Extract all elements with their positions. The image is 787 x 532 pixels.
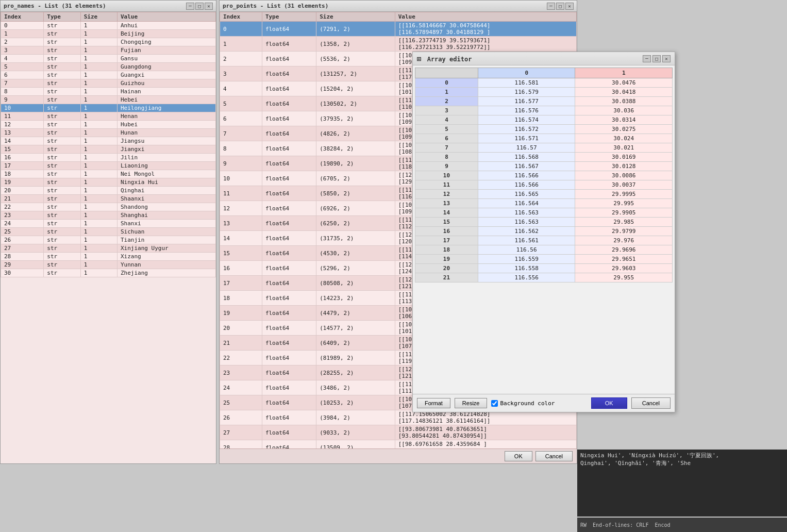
points-table-row[interactable]: 28 float64 (13509, 2) [[98.69761658 28.4… (220, 440, 577, 449)
array-cell-col1[interactable]: 29.976 (575, 236, 673, 245)
names-table-row[interactable]: 27 str 1 Xinjiang Uygur (1, 244, 216, 253)
array-table-row[interactable]: 12 116.565 29.9995 (415, 190, 673, 199)
array-cell-col1[interactable]: 30.0086 (575, 171, 673, 180)
array-table-row[interactable]: 9 116.567 30.0128 (415, 162, 673, 171)
names-table-row[interactable]: 3 str 1 Fujian (1, 46, 216, 55)
names-table-row[interactable]: 30 str 1 Zhejiang (1, 269, 216, 277)
names-table-row[interactable]: 25 str 1 Sichuan (1, 228, 216, 236)
array-cell-col1[interactable]: 30.024 (575, 134, 673, 143)
names-table-row[interactable]: 1 str 1 Beijing (1, 30, 216, 38)
array-table-row[interactable]: 0 116.581 30.0476 (415, 78, 673, 88)
names-table-row[interactable]: 11 str 1 Henan (1, 112, 216, 121)
array-cell-col1[interactable]: 30.0314 (575, 115, 673, 125)
array-cell-col1[interactable]: 29.995 (575, 199, 673, 208)
array-cell-col0[interactable]: 116.572 (478, 125, 575, 134)
points-table-row[interactable]: 0 float64 (7291, 2) [[116.58146667 30.04… (220, 22, 577, 37)
format-btn[interactable]: Format (417, 398, 450, 408)
array-table-row[interactable]: 13 116.564 29.995 (415, 199, 673, 208)
array-cell-col0[interactable]: 116.571 (478, 134, 575, 143)
names-table-row[interactable]: 17 str 1 Liaoning (1, 162, 216, 170)
names-table-row[interactable]: 26 str 1 Tianjin (1, 236, 216, 244)
array-cell-col1[interactable]: 29.9696 (575, 245, 673, 255)
names-table-row[interactable]: 18 str 1 Nei Mongol (1, 170, 216, 178)
array-table-row[interactable]: 20 116.558 29.9603 (415, 264, 673, 273)
array-cell-col0[interactable]: 116.563 (478, 218, 575, 227)
names-table-row[interactable]: 21 str 1 Shaanxi (1, 195, 216, 203)
names-close-btn[interactable]: ✕ (205, 3, 213, 10)
array-table-row[interactable]: 8 116.568 30.0169 (415, 153, 673, 162)
names-table-row[interactable]: 23 str 1 Shanghai (1, 211, 216, 220)
array-table-row[interactable]: 18 116.56 29.9696 (415, 245, 673, 255)
array-cell-col0[interactable]: 116.567 (478, 162, 575, 171)
array-cell-col1[interactable]: 30.0128 (575, 162, 673, 171)
array-cell-col1[interactable]: 29.985 (575, 218, 673, 227)
array-table-row[interactable]: 16 116.562 29.9799 (415, 227, 673, 236)
array-ok-btn[interactable]: OK (591, 397, 627, 409)
names-table-row[interactable]: 9 str 1 Hebei (1, 96, 216, 104)
array-cell-col0[interactable]: 116.576 (478, 106, 575, 115)
names-table-row[interactable]: 15 str 1 Jiangxi (1, 145, 216, 154)
names-table-row[interactable]: 19 str 1 Ningxia Hui (1, 178, 216, 187)
names-table-row[interactable]: 4 str 1 Gansu (1, 55, 216, 63)
array-cell-col1[interactable]: 30.0037 (575, 180, 673, 190)
array-table-row[interactable]: 7 116.57 30.021 (415, 143, 673, 153)
array-cell-col1[interactable]: 30.0275 (575, 125, 673, 134)
names-table-row[interactable]: 6 str 1 Guangxi (1, 71, 216, 79)
array-table-row[interactable]: 2 116.577 30.0388 (415, 97, 673, 106)
array-cell-col1[interactable]: 30.036 (575, 106, 673, 115)
array-cell-col0[interactable]: 116.556 (478, 273, 575, 282)
array-cell-col1[interactable]: 30.0418 (575, 88, 673, 97)
array-maximize-btn[interactable]: □ (652, 55, 661, 62)
array-cell-col0[interactable]: 116.564 (478, 199, 575, 208)
array-minimize-btn[interactable]: ─ (643, 55, 651, 62)
array-cell-col0[interactable]: 116.56 (478, 245, 575, 255)
array-cell-col0[interactable]: 116.561 (478, 236, 575, 245)
array-table-row[interactable]: 11 116.566 30.0037 (415, 180, 673, 190)
array-cell-col0[interactable]: 116.577 (478, 97, 575, 106)
array-cell-col0[interactable]: 116.574 (478, 115, 575, 125)
array-cell-col0[interactable]: 116.581 (478, 78, 575, 88)
array-cell-col1[interactable]: 29.9603 (575, 264, 673, 273)
array-table-row[interactable]: 14 116.563 29.9905 (415, 208, 673, 218)
points-ok-btn[interactable]: OK (505, 451, 532, 461)
array-table-row[interactable]: 15 116.563 29.985 (415, 218, 673, 227)
names-table-row[interactable]: 22 str 1 Shandong (1, 203, 216, 211)
array-cell-col1[interactable]: 29.9905 (575, 208, 673, 218)
array-table-row[interactable]: 1 116.579 30.0418 (415, 88, 673, 97)
array-cell-col0[interactable]: 116.558 (478, 264, 575, 273)
names-table-row[interactable]: 28 str 1 Xizang (1, 253, 216, 261)
names-table-row[interactable]: 2 str 1 Chongqing (1, 38, 216, 46)
points-table-row[interactable]: 27 float64 (9033, 2) [[93.80673981 40.87… (220, 425, 577, 440)
names-table-row[interactable]: 29 str 1 Yunnan (1, 261, 216, 269)
array-cell-col1[interactable]: 30.0476 (575, 78, 673, 88)
names-table-row[interactable]: 5 str 1 Guangdong (1, 63, 216, 71)
names-table-row[interactable]: 12 str 1 Hubei (1, 121, 216, 129)
array-cell-col0[interactable]: 116.579 (478, 88, 575, 97)
names-maximize-btn[interactable]: □ (195, 3, 204, 10)
array-cell-col0[interactable]: 116.57 (478, 143, 575, 153)
points-table-row[interactable]: 1 float64 (1358, 2) [[116.23774719 39.51… (220, 37, 577, 52)
array-table-row[interactable]: 6 116.571 30.024 (415, 134, 673, 143)
array-table-row[interactable]: 21 116.556 29.955 (415, 273, 673, 282)
array-cancel-btn[interactable]: Cancel (631, 397, 671, 409)
array-cell-col1[interactable]: 30.0388 (575, 97, 673, 106)
names-table-row[interactable]: 14 str 1 Jiangsu (1, 137, 216, 145)
array-table-row[interactable]: 19 116.559 29.9651 (415, 255, 673, 264)
array-cell-col1[interactable]: 29.9651 (575, 255, 673, 264)
array-table-row[interactable]: 17 116.561 29.976 (415, 236, 673, 245)
array-cell-col1[interactable]: 29.955 (575, 273, 673, 282)
points-cancel-btn[interactable]: Cancel (535, 451, 573, 461)
names-table-row[interactable]: 24 str 1 Shanxi (1, 220, 216, 228)
names-table-row[interactable]: 0 str 1 Anhui (1, 22, 216, 30)
array-cell-col0[interactable]: 116.563 (478, 208, 575, 218)
names-table-row[interactable]: 20 str 1 Qinghai (1, 187, 216, 195)
names-table-row[interactable]: 7 str 1 Guizhou (1, 79, 216, 88)
array-cell-col1[interactable]: 30.0169 (575, 153, 673, 162)
array-cell-col0[interactable]: 116.559 (478, 255, 575, 264)
points-close-btn[interactable]: ✕ (565, 3, 574, 10)
array-cell-col0[interactable]: 116.568 (478, 153, 575, 162)
array-cell-col0[interactable]: 116.565 (478, 190, 575, 199)
resize-btn[interactable]: Resize (455, 398, 488, 408)
names-minimize-btn[interactable]: ─ (186, 3, 194, 10)
array-cell-col0[interactable]: 116.566 (478, 171, 575, 180)
